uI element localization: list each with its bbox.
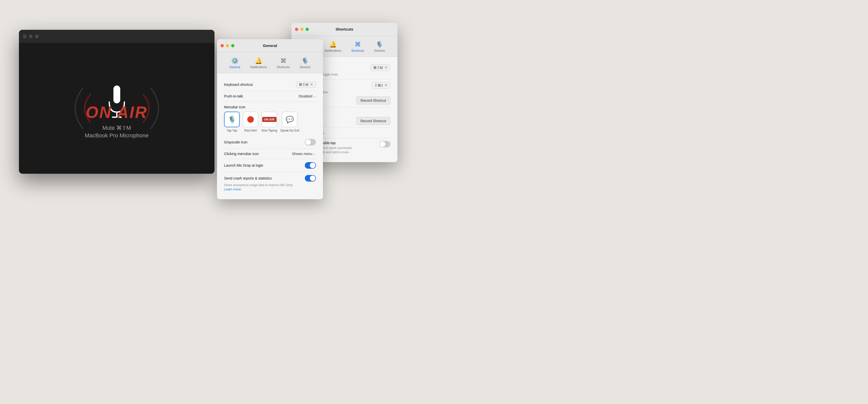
nowtaping-box: ON AIR	[261, 112, 277, 127]
general-mic-icon: 🎙️	[301, 57, 309, 64]
launch-login-label: Launch Mic Drop at login	[224, 163, 263, 167]
shortcuts-tab-shortcuts[interactable]: ⌘ Shortcuts	[346, 39, 369, 54]
general-body: Keyboard shortcut ⌘⇧M ✕ Push-to-talk Dis…	[217, 73, 323, 199]
taptap-box: 🎙️	[224, 112, 240, 127]
command-icon: ⌘	[355, 41, 361, 48]
on-air-label: ON AIR	[86, 103, 148, 122]
shortcuts-tab-notifications[interactable]: 🔔 Notifications	[320, 39, 346, 54]
chevron-down-icon: ⌄	[313, 94, 316, 98]
bell-icon: 🔔	[329, 41, 337, 48]
redalert-box	[243, 112, 258, 127]
clicking-menubar-label: Clicking menubar icon	[224, 152, 259, 156]
maximize-button[interactable]	[35, 35, 39, 38]
main-on-air-window: ✕ ON AIR	[19, 30, 215, 174]
crash-reports-inner: Send crash reports & statistics	[224, 175, 316, 181]
crash-reports-label: Send crash reports & statistics	[224, 176, 272, 180]
main-content: ON AIR Mute ⌘⇧M MacBook Pro Microphone	[19, 43, 215, 174]
device-name-label: MacBook Pro Microphone	[85, 132, 149, 139]
mic-check-clear-btn[interactable]: ✕	[384, 83, 388, 87]
general-tab-notifications[interactable]: 🔔 Notifications	[245, 56, 272, 70]
speaknoevil-label: Speak No Evil	[280, 129, 299, 132]
general-titlebar: General	[217, 39, 323, 52]
general-max-btn[interactable]	[231, 44, 235, 47]
keyboard-shortcut-clear[interactable]: ✕	[310, 83, 313, 87]
crash-reports-toggle[interactable]	[305, 175, 316, 181]
on-air-badge-icon: ON AIR	[262, 117, 277, 122]
general-window-title: General	[263, 44, 277, 48]
speech-icon: 💬	[286, 116, 294, 123]
push-to-talk-dropdown[interactable]: Disabled ⌄	[299, 94, 316, 98]
taptap-label: Tap Tap	[226, 129, 237, 132]
record-shortcut-btn-2[interactable]: Record Shortcut	[356, 117, 390, 125]
speaknoevil-box: 💬	[282, 112, 298, 127]
icon-option-speaknoe[interactable]: 💬 Speak No Evil	[280, 112, 299, 132]
grayscale-toggle[interactable]	[305, 139, 316, 145]
minimize-button[interactable]	[29, 35, 33, 38]
launch-login-toggle[interactable]	[305, 162, 316, 169]
main-titlebar: ✕	[19, 30, 215, 43]
general-traffic-lights	[220, 44, 235, 47]
keyboard-shortcut-label: Keyboard shortcut	[224, 83, 253, 87]
push-to-talk-label: Push-to-talk	[224, 94, 243, 98]
icon-option-nowtaping[interactable]: ON AIR Now Taping	[261, 112, 277, 132]
shortcuts-titlebar: Shortcuts	[291, 23, 397, 36]
push-to-talk-value: Disabled	[299, 94, 312, 98]
shortcuts-window-title: Shortcuts	[336, 27, 353, 31]
svg-rect-0	[114, 86, 120, 103]
general-close-btn[interactable]	[220, 44, 224, 47]
icon-options-container: 🎙️ Tap Tap Red Alert ON AIR Now Taping	[224, 112, 316, 136]
menubar-icon-label: Menubar icon	[224, 102, 316, 112]
general-tab-general[interactable]: ⚙️ General	[224, 56, 245, 70]
crash-reports-row: Send crash reports & statistics Share an…	[224, 172, 316, 194]
clicking-menubar-row: Clicking menubar icon Shows menu ⌄	[224, 149, 316, 159]
mute-clear-btn[interactable]: ✕	[384, 66, 388, 70]
general-tab-shortcuts[interactable]: ⌘ Shortcuts	[272, 56, 295, 70]
general-gear-icon: ⚙️	[231, 57, 239, 64]
shortcuts-max-btn[interactable]	[306, 28, 309, 31]
red-dot-icon	[247, 116, 254, 123]
mute-shortcut-label: Mute ⌘⇧M	[102, 125, 131, 131]
launch-login-row: Launch Mic Drop at login	[224, 159, 316, 172]
mic-tab-icon: 🎙️	[376, 41, 383, 48]
keyboard-shortcut-row: Keyboard shortcut ⌘⇧M ✕	[224, 78, 316, 91]
redalert-label: Red Alert	[244, 129, 257, 132]
general-bell-icon: 🔔	[255, 57, 262, 64]
keyboard-shortcut-badge: ⌘⇧M ✕	[296, 81, 316, 88]
shortcuts-tab-devices[interactable]: 🎙️ Devices	[369, 39, 390, 54]
keyboard-shortcut-value: ⌘⇧M	[299, 83, 308, 87]
shortcuts-traffic-lights	[295, 28, 309, 31]
general-toolbar: ⚙️ General 🔔 Notifications ⌘ Shortcuts 🎙…	[217, 52, 323, 73]
icon-option-taptap[interactable]: 🎙️ Tap Tap	[224, 112, 240, 132]
shortcuts-min-btn[interactable]	[300, 28, 304, 31]
record-shortcut-btn-1[interactable]: Record Shortcut	[356, 96, 390, 105]
clicking-chevron-icon: ⌄	[313, 152, 316, 155]
push-to-talk-row: Push-to-talk Disabled ⌄	[224, 91, 316, 102]
clicking-menubar-value: Shows menu	[292, 152, 312, 156]
nowtaping-label: Now Taping	[261, 129, 277, 132]
grayscale-row: Grayscale icon	[224, 136, 316, 149]
shortcuts-close-btn[interactable]	[295, 28, 298, 31]
close-button[interactable]: ✕	[23, 35, 27, 38]
learn-more-link[interactable]: Learn more.	[224, 187, 242, 191]
general-window: General ⚙️ General 🔔 Notifications ⌘ Sho…	[217, 39, 323, 199]
general-cmd-icon: ⌘	[280, 57, 286, 64]
icon-option-redalert[interactable]: Red Alert	[243, 112, 258, 132]
mic-check-badge: ⇧⌘J ✕	[372, 82, 390, 89]
grayscale-label: Grayscale icon	[224, 140, 248, 144]
ptt-double-toggle[interactable]	[379, 141, 390, 147]
mute-shortcut-badge: ⌘⇧M ✕	[370, 64, 390, 71]
crash-reports-sub: Share anonymous usage data to improve Mi…	[224, 183, 293, 187]
general-min-btn[interactable]	[226, 44, 229, 47]
clicking-menubar-dropdown[interactable]: Shows menu ⌄	[292, 152, 316, 156]
menubar-icon-section: Menubar icon 🎙️ Tap Tap Red Alert	[224, 102, 316, 136]
general-tab-devices[interactable]: 🎙️ Devices	[295, 56, 316, 70]
